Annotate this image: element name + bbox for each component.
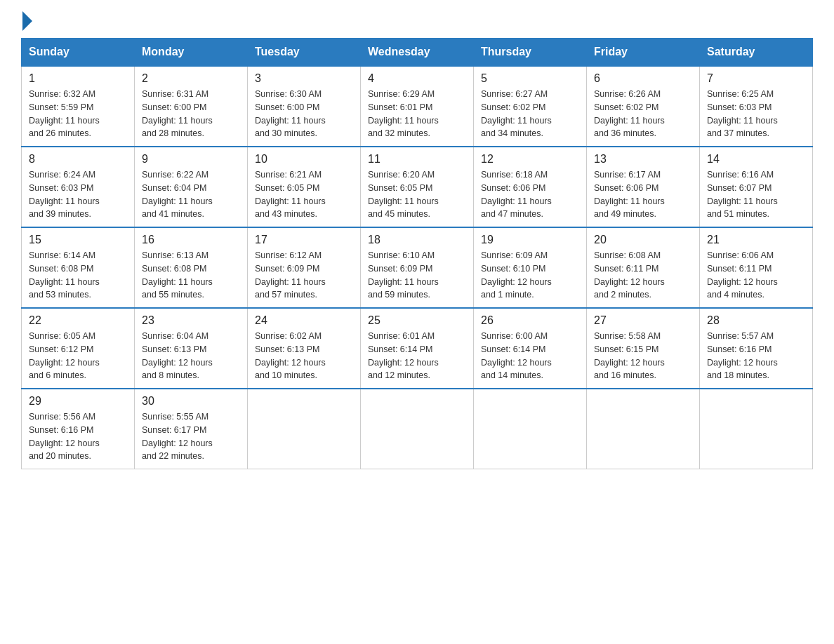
day-info: Sunrise: 6:20 AMSunset: 6:05 PMDaylight:… — [368, 168, 466, 221]
day-info: Sunrise: 6:18 AMSunset: 6:06 PMDaylight:… — [481, 168, 579, 221]
day-number: 9 — [142, 153, 240, 166]
calendar-cell: 2 Sunrise: 6:31 AMSunset: 6:00 PMDayligh… — [135, 66, 248, 147]
day-info: Sunrise: 6:29 AMSunset: 6:01 PMDaylight:… — [368, 88, 466, 140]
calendar-cell: 15 Sunrise: 6:14 AMSunset: 6:08 PMDaylig… — [22, 227, 135, 308]
calendar-cell: 21 Sunrise: 6:06 AMSunset: 6:11 PMDaylig… — [700, 227, 813, 308]
day-info: Sunrise: 6:21 AMSunset: 6:05 PMDaylight:… — [255, 168, 353, 221]
calendar-cell: 19 Sunrise: 6:09 AMSunset: 6:10 PMDaylig… — [474, 227, 587, 308]
day-info: Sunrise: 6:09 AMSunset: 6:10 PMDaylight:… — [481, 249, 579, 302]
calendar-cell: 5 Sunrise: 6:27 AMSunset: 6:02 PMDayligh… — [474, 66, 587, 147]
day-number: 19 — [481, 234, 579, 246]
day-number: 29 — [29, 395, 127, 408]
day-info: Sunrise: 6:12 AMSunset: 6:09 PMDaylight:… — [255, 249, 353, 302]
calendar-cell: 14 Sunrise: 6:16 AMSunset: 6:07 PMDaylig… — [700, 147, 813, 227]
day-number: 17 — [255, 234, 353, 246]
day-number: 23 — [142, 314, 240, 327]
day-number: 12 — [481, 153, 579, 166]
calendar-cell: 30 Sunrise: 5:55 AMSunset: 6:17 PMDaylig… — [135, 389, 248, 469]
day-info: Sunrise: 6:14 AMSunset: 6:08 PMDaylight:… — [29, 249, 127, 302]
day-header-wednesday: Wednesday — [361, 39, 474, 67]
day-number: 26 — [481, 314, 579, 327]
day-number: 21 — [707, 234, 805, 246]
day-info: Sunrise: 6:16 AMSunset: 6:07 PMDaylight:… — [707, 168, 805, 221]
calendar-cell: 7 Sunrise: 6:25 AMSunset: 6:03 PMDayligh… — [700, 66, 813, 147]
calendar-cell: 18 Sunrise: 6:10 AMSunset: 6:09 PMDaylig… — [361, 227, 474, 308]
page-header — [21, 14, 813, 31]
day-header-sunday: Sunday — [22, 39, 135, 67]
day-header-saturday: Saturday — [700, 39, 813, 67]
calendar-cell: 17 Sunrise: 6:12 AMSunset: 6:09 PMDaylig… — [248, 227, 361, 308]
calendar-cell — [474, 389, 587, 469]
week-row-4: 22 Sunrise: 6:05 AMSunset: 6:12 PMDaylig… — [22, 308, 813, 389]
week-row-1: 1 Sunrise: 6:32 AMSunset: 5:59 PMDayligh… — [22, 66, 813, 147]
day-number: 25 — [368, 314, 466, 327]
day-number: 6 — [594, 72, 692, 85]
day-header-friday: Friday — [587, 39, 700, 67]
calendar-cell — [248, 389, 361, 469]
week-row-5: 29 Sunrise: 5:56 AMSunset: 6:16 PMDaylig… — [22, 389, 813, 469]
day-number: 13 — [594, 153, 692, 166]
day-info: Sunrise: 6:30 AMSunset: 6:00 PMDaylight:… — [255, 88, 353, 140]
day-info: Sunrise: 6:27 AMSunset: 6:02 PMDaylight:… — [481, 88, 579, 140]
calendar-cell: 29 Sunrise: 5:56 AMSunset: 6:16 PMDaylig… — [22, 389, 135, 469]
day-number: 14 — [707, 153, 805, 166]
calendar-cell: 13 Sunrise: 6:17 AMSunset: 6:06 PMDaylig… — [587, 147, 700, 227]
day-number: 2 — [142, 72, 240, 85]
day-info: Sunrise: 6:31 AMSunset: 6:00 PMDaylight:… — [142, 88, 240, 140]
calendar-cell: 6 Sunrise: 6:26 AMSunset: 6:02 PMDayligh… — [587, 66, 700, 147]
day-number: 18 — [368, 234, 466, 246]
day-number: 5 — [481, 72, 579, 85]
day-info: Sunrise: 6:06 AMSunset: 6:11 PMDaylight:… — [707, 249, 805, 302]
days-header-row: SundayMondayTuesdayWednesdayThursdayFrid… — [22, 39, 813, 67]
logo-triangle-icon — [22, 11, 32, 31]
calendar-cell: 28 Sunrise: 5:57 AMSunset: 6:16 PMDaylig… — [700, 308, 813, 389]
calendar-cell: 27 Sunrise: 5:58 AMSunset: 6:15 PMDaylig… — [587, 308, 700, 389]
day-number: 1 — [29, 72, 127, 85]
day-number: 24 — [255, 314, 353, 327]
day-info: Sunrise: 6:25 AMSunset: 6:03 PMDaylight:… — [707, 88, 805, 140]
day-info: Sunrise: 6:26 AMSunset: 6:02 PMDaylight:… — [594, 88, 692, 140]
calendar-cell: 3 Sunrise: 6:30 AMSunset: 6:00 PMDayligh… — [248, 66, 361, 147]
day-info: Sunrise: 5:55 AMSunset: 6:17 PMDaylight:… — [142, 410, 240, 463]
day-number: 8 — [29, 153, 127, 166]
day-info: Sunrise: 6:32 AMSunset: 5:59 PMDaylight:… — [29, 88, 127, 140]
day-number: 4 — [368, 72, 466, 85]
calendar-cell: 1 Sunrise: 6:32 AMSunset: 5:59 PMDayligh… — [22, 66, 135, 147]
calendar-cell: 4 Sunrise: 6:29 AMSunset: 6:01 PMDayligh… — [361, 66, 474, 147]
calendar-cell: 23 Sunrise: 6:04 AMSunset: 6:13 PMDaylig… — [135, 308, 248, 389]
calendar-cell: 24 Sunrise: 6:02 AMSunset: 6:13 PMDaylig… — [248, 308, 361, 389]
calendar-cell: 16 Sunrise: 6:13 AMSunset: 6:08 PMDaylig… — [135, 227, 248, 308]
calendar-cell: 10 Sunrise: 6:21 AMSunset: 6:05 PMDaylig… — [248, 147, 361, 227]
day-info: Sunrise: 5:56 AMSunset: 6:16 PMDaylight:… — [29, 410, 127, 463]
day-number: 7 — [707, 72, 805, 85]
calendar-cell: 11 Sunrise: 6:20 AMSunset: 6:05 PMDaylig… — [361, 147, 474, 227]
calendar-cell: 9 Sunrise: 6:22 AMSunset: 6:04 PMDayligh… — [135, 147, 248, 227]
day-number: 16 — [142, 234, 240, 246]
day-info: Sunrise: 6:10 AMSunset: 6:09 PMDaylight:… — [368, 249, 466, 302]
day-header-monday: Monday — [135, 39, 248, 67]
calendar-table: SundayMondayTuesdayWednesdayThursdayFrid… — [21, 38, 813, 469]
day-info: Sunrise: 6:24 AMSunset: 6:03 PMDaylight:… — [29, 168, 127, 221]
calendar-cell: 26 Sunrise: 6:00 AMSunset: 6:14 PMDaylig… — [474, 308, 587, 389]
day-number: 3 — [255, 72, 353, 85]
day-info: Sunrise: 5:57 AMSunset: 6:16 PMDaylight:… — [707, 330, 805, 382]
day-info: Sunrise: 6:00 AMSunset: 6:14 PMDaylight:… — [481, 330, 579, 382]
calendar-cell: 8 Sunrise: 6:24 AMSunset: 6:03 PMDayligh… — [22, 147, 135, 227]
day-info: Sunrise: 6:05 AMSunset: 6:12 PMDaylight:… — [29, 330, 127, 382]
day-number: 28 — [707, 314, 805, 327]
calendar-cell — [587, 389, 700, 469]
day-info: Sunrise: 6:02 AMSunset: 6:13 PMDaylight:… — [255, 330, 353, 382]
day-number: 27 — [594, 314, 692, 327]
day-number: 10 — [255, 153, 353, 166]
day-info: Sunrise: 6:13 AMSunset: 6:08 PMDaylight:… — [142, 249, 240, 302]
week-row-2: 8 Sunrise: 6:24 AMSunset: 6:03 PMDayligh… — [22, 147, 813, 227]
week-row-3: 15 Sunrise: 6:14 AMSunset: 6:08 PMDaylig… — [22, 227, 813, 308]
calendar-cell: 12 Sunrise: 6:18 AMSunset: 6:06 PMDaylig… — [474, 147, 587, 227]
day-number: 11 — [368, 153, 466, 166]
day-number: 30 — [142, 395, 240, 408]
day-number: 15 — [29, 234, 127, 246]
calendar-cell — [700, 389, 813, 469]
day-info: Sunrise: 6:08 AMSunset: 6:11 PMDaylight:… — [594, 249, 692, 302]
calendar-cell: 22 Sunrise: 6:05 AMSunset: 6:12 PMDaylig… — [22, 308, 135, 389]
calendar-cell — [361, 389, 474, 469]
